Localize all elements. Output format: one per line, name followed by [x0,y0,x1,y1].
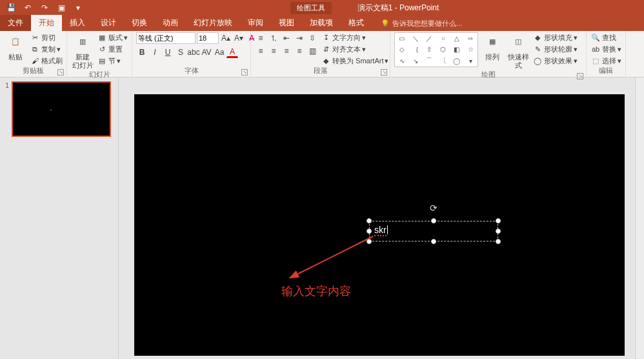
smartart-icon: ◆ [321,56,331,66]
char-spacing-button[interactable]: AV [201,46,212,58]
slide[interactable]: ⟳ skr 输入文字内容 [134,94,625,356]
shape-callout-icon: ◧ [450,44,463,55]
qat-customize-button[interactable]: ▾ [71,1,85,14]
clipboard-launcher[interactable]: ↘ [57,69,64,76]
tab-view[interactable]: 视图 [271,15,302,31]
bullets-button[interactable]: ≡ [255,32,267,44]
layout-icon: ▦ [97,32,107,43]
decrease-indent-button[interactable]: ⇤ [281,32,292,44]
layout-button[interactable]: ▦版式▾ [97,32,128,43]
new-slide-button[interactable]: ▥ 新建 幻灯片 [71,32,94,70]
justify-button[interactable]: ≡ [294,45,305,57]
align-center-button[interactable]: ≡ [268,45,279,57]
quick-styles-button[interactable]: ◫ 快速样式 [507,32,530,70]
ribbon: 📋 粘贴 ✂剪切 ⧉复制▾ 🖌格式刷 剪贴板↘ ▥ 新建 幻灯片 ▦版式▾ ↺重… [0,31,644,77]
gallery-more-icon[interactable]: ▾ [464,56,478,67]
cut-button[interactable]: ✂剪切 [30,32,63,43]
tab-review[interactable]: 审阅 [240,15,271,31]
font-launcher[interactable]: ↘ [241,69,248,76]
save-button[interactable]: 💾 [4,1,18,14]
play-icon: ▣ [58,3,65,12]
shape-fill-button[interactable]: ◆形状填充▾ [532,32,578,43]
slide-thumbnail-panel[interactable]: 1 [0,77,119,359]
reset-icon: ↺ [97,44,107,54]
replace-button[interactable]: ab替换▾ [590,44,621,54]
line-spacing-button[interactable]: ⇳ [307,32,318,44]
shape-brace-icon: ｛ [408,44,422,55]
text-direction-button[interactable]: ↧文字方向▾ [321,32,388,43]
slide-thumbnail[interactable]: 1 [5,81,113,137]
grow-font-button[interactable]: A▴ [220,32,232,44]
start-from-beginning-button[interactable]: ▣ [54,1,68,14]
select-button[interactable]: ⬚选择▾ [590,56,621,66]
shape-outline-button[interactable]: ✎形状轮廓▾ [532,44,578,54]
tab-format[interactable]: 格式 [341,15,372,31]
shape-rect-icon: ▭ [395,33,408,44]
change-case-button[interactable]: Aa [214,46,225,58]
align-left-button[interactable]: ≡ [255,45,267,57]
shape-circle-icon: ○ [436,33,450,44]
text-direction-icon: ↧ [321,32,331,43]
ribbon-tabs: 文件 开始 插入 设计 切换 动画 幻灯片放映 审阅 视图 加载项 格式 💡 告… [0,15,644,31]
align-text-button[interactable]: ⇵对齐文本▾ [321,44,388,54]
arrange-button[interactable]: ▦ 排列 [481,32,504,61]
workspace: 1 ⟳ skr 输入文 [0,77,644,359]
bold-button[interactable]: B [136,46,148,58]
numbering-button[interactable]: ⒈ [268,32,279,44]
tab-insert[interactable]: 插入 [62,15,93,31]
copy-button[interactable]: ⧉复制▾ [30,44,63,54]
underline-button[interactable]: U [162,46,174,58]
tell-me-placeholder: 告诉我您想要做什么... [392,19,462,28]
shadow-button[interactable]: abc [188,46,199,58]
vertical-scrollbar[interactable] [635,77,644,359]
tell-me-search[interactable]: 💡 告诉我您想要做什么... [381,19,462,31]
format-painter-button[interactable]: 🖌格式刷 [30,56,63,66]
quick-access-toolbar: 💾 ↶ ↷ ▣ ▾ [0,1,85,14]
rotate-handle[interactable]: ⟳ [430,203,438,213]
resize-handle-nw[interactable] [367,218,372,223]
group-editing: 🔍查找 ab替换▾ ⬚选择▾ 编辑 [587,31,626,77]
chevron-down-icon: ▾ [124,34,128,42]
tab-design[interactable]: 设计 [93,15,124,31]
resize-handle-se[interactable] [496,239,501,244]
resize-handle-n[interactable] [431,218,436,223]
resize-handle-e[interactable] [496,229,501,234]
resize-handle-s[interactable] [431,239,436,244]
font-size-input[interactable] [197,32,219,44]
paragraph-launcher[interactable]: ↘ [381,69,387,76]
quick-styles-icon: ◫ [508,32,528,52]
columns-button[interactable]: ▥ [307,45,318,57]
reset-button[interactable]: ↺重置 [97,44,128,54]
undo-button[interactable]: ↶ [21,1,35,14]
shape-diamond-icon: ◇ [395,44,408,55]
thumbnail-preview[interactable] [12,81,111,137]
slide-canvas-area[interactable]: ⟳ skr 输入文字内容 [119,77,644,359]
italic-button[interactable]: I [149,46,161,58]
shrink-font-button[interactable]: A▾ [233,32,245,44]
scissors-icon: ✂ [30,32,40,43]
brush-icon: 🖌 [30,56,40,66]
align-right-button[interactable]: ≡ [281,45,292,57]
convert-smartart-button[interactable]: ◆转换为 SmartArt▾ [321,56,388,66]
tab-addins[interactable]: 加载项 [302,15,341,31]
tab-file[interactable]: 文件 [0,15,31,31]
shapes-gallery[interactable]: ▭＼／○△⇨ ◇｛⇧⬡◧☆ ∿↘⌒〔◯▾ [394,32,478,67]
shape-line-icon: ＼ [408,33,422,44]
shape-connector-icon: ↘ [408,56,422,67]
font-name-input[interactable] [136,32,196,44]
effects-icon: ◯ [532,56,543,66]
shape-effects-button[interactable]: ◯形状效果▾ [532,56,578,66]
resize-handle-ne[interactable] [496,218,501,223]
tab-home[interactable]: 开始 [31,15,62,31]
tab-animations[interactable]: 动画 [155,15,186,31]
find-button[interactable]: 🔍查找 [590,32,621,43]
tab-slideshow[interactable]: 幻灯片放映 [186,15,240,31]
tab-transitions[interactable]: 切换 [124,15,155,31]
section-button[interactable]: ▤节▾ [97,56,128,66]
increase-indent-button[interactable]: ⇥ [294,32,305,44]
paste-button[interactable]: 📋 粘贴 [4,32,27,61]
strike-button[interactable]: S [175,46,186,58]
redo-button[interactable]: ↷ [37,1,52,14]
group-clipboard: 📋 粘贴 ✂剪切 ⧉复制▾ 🖌格式刷 剪贴板↘ [0,31,67,77]
font-color-button[interactable]: A [226,46,238,58]
